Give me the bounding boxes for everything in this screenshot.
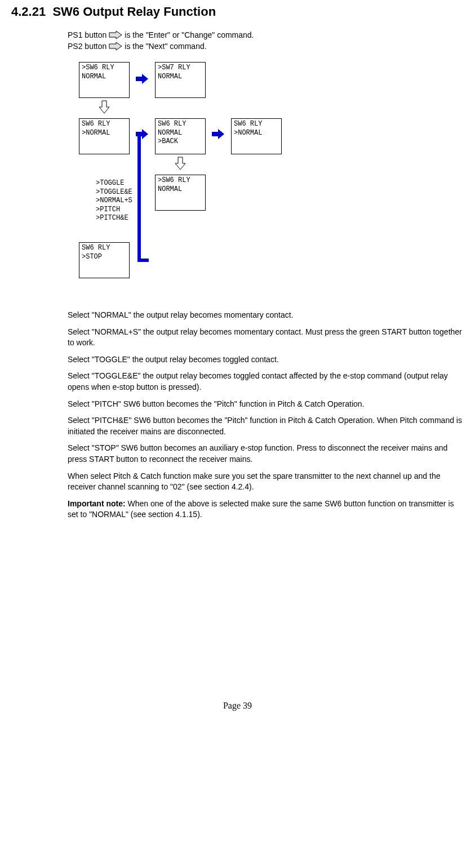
screen-line: >NORMAL [234,129,279,138]
screen-line: >BACK [158,137,203,146]
important-note-text: When one of the above is selected make s… [68,499,454,519]
options-list: >TOGGLE >TOGGLE&E >NORMAL+S >PITCH >PITC… [96,179,132,223]
arrow-right-icon [109,30,122,39]
para-toggle: Select "TOGGLE" the output relay becomes… [68,354,464,366]
screen-line: SW6 RLY [234,120,279,129]
screen-sw6-normal-bottom: >SW6 RLY NORMAL [155,175,206,211]
option-pitch-e: >PITCH&E [96,214,132,223]
screen-line: SW6 RLY [158,120,203,129]
arrow-right-icon [135,128,149,142]
para-pitch: Select "PITCH" SW6 button becomes the "P… [68,399,464,410]
screen-sw7-rly-normal: >SW7 RLY NORMAL [155,62,206,98]
intro-ps2-b: is the "Next" command. [125,42,206,51]
option-normal-s: >NORMAL+S [96,197,132,206]
arrow-down-icon [175,157,186,172]
para-normal: Select "NORMAL" the output relay becomes… [68,310,464,321]
screen-line: NORMAL [158,73,203,82]
section-heading: 4.2.21 SW6 Output Relay Function [11,5,464,19]
screen-sw6-rly-normal-top: >SW6 RLY NORMAL [79,62,130,98]
para-pitch-catch-note: When select Pitch & Catch function make … [68,471,464,493]
important-note-label: Important note: [68,499,126,508]
para-toggle-e: Select "TOGGLE&E" the output relay becom… [68,371,464,393]
screen-line: SW6 RLY [82,244,127,253]
page-number: Page 39 [11,701,464,711]
screen-line: >NORMAL [82,129,127,138]
intro-ps2-a: PS2 button [68,42,106,51]
arrow-right-icon [211,128,225,142]
screen-sw6-stop: SW6 RLY >STOP [79,242,130,278]
screen-line: >SW7 RLY [158,64,203,73]
body-content: Select "NORMAL" the output relay becomes… [68,310,464,520]
screen-line: >SW6 RLY [82,64,127,73]
screen-line: >SW6 RLY [158,176,203,185]
screen-sw6-normal-right: SW6 RLY >NORMAL [231,118,282,154]
option-pitch: >PITCH [96,206,132,215]
screen-sw6-normal-sel: SW6 RLY >NORMAL [79,118,130,154]
arrow-right-icon [109,42,122,51]
intro-ps1-a: PS1 button [68,30,106,39]
para-pitch-e: Select "PITCH&E" SW6 button becomes the … [68,415,464,437]
screen-line: NORMAL [158,185,203,194]
screen-sw6-normal-back: SW6 RLY NORMAL >BACK [155,118,206,154]
arrow-right-icon [135,73,149,87]
screen-line: SW6 RLY [82,120,127,129]
arrow-down-icon [99,100,110,116]
intro-ps1-b: is the "Enter" or "Change" command. [125,30,254,39]
screen-line: NORMAL [82,73,127,82]
para-important-note: Important note: When one of the above is… [68,498,464,520]
option-toggle: >TOGGLE [96,179,132,188]
section-number: 4.2.21 [11,5,46,19]
intro-block: PS1 button is the "Enter" or "Change" co… [68,30,464,51]
menu-diagram: >SW6 RLY NORMAL >SW7 RLY NORMAL SW6 RLY … [68,62,464,304]
option-toggle-e: >TOGGLE&E [96,188,132,197]
screen-line: >STOP [82,253,127,262]
para-stop: Select "STOP" SW6 button becomes an auxi… [68,443,464,465]
para-normal-s: Select "NORMAL+S" the output relay becom… [68,327,464,349]
section-title: SW6 Output Relay Function [52,5,216,19]
screen-line: NORMAL [158,129,203,138]
